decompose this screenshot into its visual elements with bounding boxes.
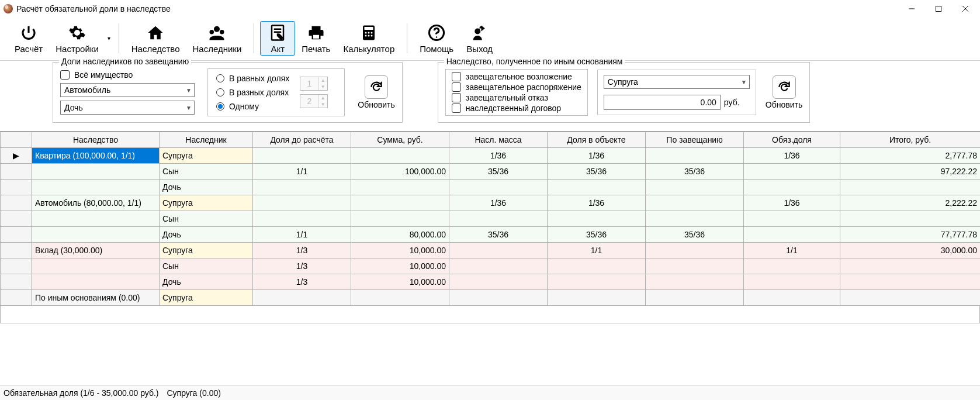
col-header[interactable]: Сумма, руб. bbox=[351, 132, 449, 148]
cell[interactable]: 77,777.78 bbox=[840, 227, 981, 243]
cell[interactable] bbox=[646, 274, 744, 290]
table-row[interactable]: Дочь1/180,000.0035/3635/3635/3677,777.78 bbox=[1, 227, 981, 243]
cell[interactable] bbox=[840, 274, 981, 290]
cell[interactable] bbox=[646, 290, 744, 306]
cell[interactable]: 97,222.22 bbox=[840, 164, 981, 180]
cell[interactable]: 1/36 bbox=[449, 148, 548, 164]
amount-input[interactable]: 0.00 bbox=[604, 95, 721, 110]
cell[interactable] bbox=[548, 211, 646, 227]
cell[interactable] bbox=[840, 180, 981, 195]
cell[interactable]: Супруга bbox=[160, 148, 253, 164]
settings-dropdown[interactable]: ▾ bbox=[105, 35, 113, 42]
cell[interactable]: 100,000.00 bbox=[351, 164, 449, 180]
table-row[interactable]: Дочь bbox=[1, 180, 981, 195]
cell[interactable]: 1/3 bbox=[253, 274, 351, 290]
cell[interactable] bbox=[32, 258, 160, 274]
cell[interactable] bbox=[253, 290, 351, 306]
table-row[interactable]: По иным основаниям (0.00)Супруга bbox=[1, 290, 981, 306]
cell[interactable] bbox=[351, 148, 449, 164]
cell[interactable]: 35/36 bbox=[449, 227, 548, 243]
cell[interactable] bbox=[840, 290, 981, 306]
results-grid[interactable]: НаследствоНаследникДоля до расчётаСумма,… bbox=[0, 131, 980, 385]
cell[interactable]: 1/36 bbox=[548, 195, 646, 211]
cell[interactable]: Дочь bbox=[160, 227, 253, 243]
cell[interactable]: 1/1 bbox=[253, 227, 351, 243]
cb-vozlozhenie[interactable]: завещательное возложение bbox=[452, 72, 581, 81]
cell[interactable] bbox=[646, 211, 744, 227]
table-row[interactable]: Сын bbox=[1, 211, 981, 227]
cell[interactable] bbox=[32, 180, 160, 195]
cell[interactable] bbox=[840, 258, 981, 274]
cell[interactable] bbox=[253, 148, 351, 164]
cell[interactable]: Вклад (30,000.00) bbox=[32, 243, 160, 258]
other-heir-combo[interactable]: Супруга▼ bbox=[604, 75, 750, 89]
col-header[interactable]: Доля до расчёта bbox=[253, 132, 351, 148]
cell[interactable] bbox=[32, 227, 160, 243]
cell[interactable] bbox=[351, 180, 449, 195]
col-header[interactable]: Обяз.доля bbox=[744, 132, 840, 148]
cell[interactable]: 35/36 bbox=[548, 227, 646, 243]
cell[interactable]: По иным основаниям (0.00) bbox=[32, 290, 160, 306]
cell[interactable]: 1/1 bbox=[744, 243, 840, 258]
cell[interactable] bbox=[744, 227, 840, 243]
col-header[interactable]: Итого, руб. bbox=[840, 132, 981, 148]
cell[interactable] bbox=[548, 290, 646, 306]
cell[interactable]: 10,000.00 bbox=[351, 258, 449, 274]
calc-button[interactable]: Расчёт bbox=[8, 21, 49, 56]
cell[interactable]: 80,000.00 bbox=[351, 227, 449, 243]
cell[interactable]: 1/36 bbox=[548, 148, 646, 164]
equal-shares-radio[interactable]: В равных долях bbox=[216, 74, 289, 83]
cb-dogovor[interactable]: наследственный договор bbox=[452, 104, 581, 113]
cell[interactable]: 35/36 bbox=[646, 164, 744, 180]
cell[interactable]: 2,777.78 bbox=[840, 148, 981, 164]
cell[interactable]: Квартира (100,000.00, 1/1) bbox=[32, 148, 160, 164]
cell[interactable] bbox=[646, 243, 744, 258]
cell[interactable] bbox=[744, 180, 840, 195]
table-row[interactable]: Дочь1/310,000.00 bbox=[1, 274, 981, 290]
refresh-button-2[interactable]: Обновить bbox=[766, 75, 802, 109]
cell[interactable]: 1/36 bbox=[744, 148, 840, 164]
table-row[interactable]: ▶Квартира (100,000.00, 1/1)Супруга1/361/… bbox=[1, 148, 981, 164]
act-button[interactable]: Акт bbox=[260, 21, 295, 56]
cell[interactable]: 2,222.22 bbox=[840, 195, 981, 211]
cb-rasporyazhenie[interactable]: завещательное распоряжение bbox=[452, 82, 581, 92]
cell[interactable]: 1/3 bbox=[253, 258, 351, 274]
cell[interactable]: Супруга bbox=[160, 290, 253, 306]
cb-otkaz[interactable]: завещательный отказ bbox=[452, 93, 581, 102]
heirs-button[interactable]: Наследники bbox=[186, 21, 248, 56]
cell[interactable] bbox=[548, 274, 646, 290]
one-heir-radio[interactable]: Одному bbox=[216, 102, 289, 111]
cell[interactable]: 1/36 bbox=[744, 195, 840, 211]
cell[interactable]: 1/1 bbox=[548, 243, 646, 258]
cell[interactable]: 1/3 bbox=[253, 243, 351, 258]
table-row[interactable]: Сын1/310,000.00 bbox=[1, 258, 981, 274]
exit-button[interactable]: Выход bbox=[460, 21, 499, 56]
cell[interactable] bbox=[548, 180, 646, 195]
cell[interactable]: 1/1 bbox=[253, 164, 351, 180]
diff-shares-radio[interactable]: В разных долях bbox=[216, 88, 289, 97]
col-header[interactable]: Наследство bbox=[32, 132, 160, 148]
cell[interactable]: Сын bbox=[160, 258, 253, 274]
cell[interactable]: Автомобиль (80,000.00, 1/1) bbox=[32, 195, 160, 211]
cell[interactable] bbox=[449, 258, 548, 274]
cell[interactable]: Супруга bbox=[160, 195, 253, 211]
cell[interactable]: Дочь bbox=[160, 274, 253, 290]
refresh-button-1[interactable]: Обновить bbox=[358, 75, 394, 109]
cell[interactable] bbox=[351, 290, 449, 306]
col-header[interactable]: По завещанию bbox=[646, 132, 744, 148]
object-combo[interactable]: Автомобиль▼ bbox=[60, 83, 195, 97]
cell[interactable] bbox=[840, 211, 981, 227]
close-button[interactable] bbox=[952, 0, 979, 18]
cell[interactable] bbox=[548, 258, 646, 274]
cell[interactable]: 35/36 bbox=[548, 164, 646, 180]
cell[interactable] bbox=[646, 195, 744, 211]
cell[interactable] bbox=[253, 211, 351, 227]
col-header[interactable]: Доля в объекте bbox=[548, 132, 646, 148]
cell[interactable] bbox=[744, 290, 840, 306]
cell[interactable] bbox=[744, 164, 840, 180]
all-property-checkbox[interactable]: Всё имущество bbox=[60, 70, 195, 80]
cell[interactable]: 35/36 bbox=[646, 227, 744, 243]
cell[interactable]: Сын bbox=[160, 211, 253, 227]
cell[interactable] bbox=[253, 195, 351, 211]
cell[interactable] bbox=[449, 274, 548, 290]
